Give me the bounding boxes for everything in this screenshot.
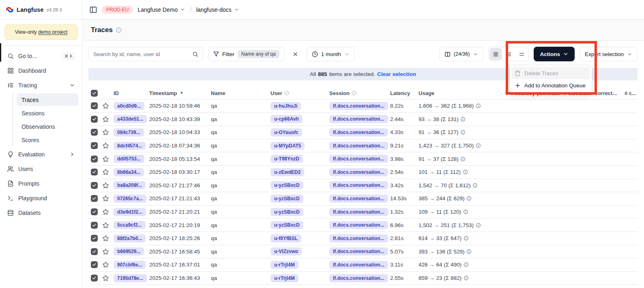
trace-id-badge[interactable]: d3e9d1f2... [114, 208, 146, 216]
session-id-badge[interactable]: lf.docs.conversation... [329, 102, 388, 110]
row-checkbox[interactable] [91, 195, 98, 202]
user-id-badge[interactable]: u-rTrjl4M [270, 274, 298, 282]
menu-item-add-to-annotation-queue[interactable]: Add to Annotation Queue [511, 79, 590, 91]
clear-filter-button[interactable] [290, 47, 302, 61]
row-checkbox[interactable] [91, 142, 98, 149]
column-header-score-extra[interactable]: # c... [625, 90, 638, 96]
user-id-badge[interactable]: u-yzSBxcD [270, 208, 303, 216]
sidebar-item-dashboard[interactable]: Dashboard [4, 64, 78, 77]
clear-selection-link[interactable]: Clear selection [377, 71, 416, 77]
sidebar-item-datasets[interactable]: Datasets [4, 206, 78, 219]
search-input[interactable] [93, 51, 189, 57]
user-id-badge[interactable]: u-huJhuJi [270, 102, 301, 110]
session-id-badge[interactable]: lf.docs.conversation... [329, 142, 388, 150]
sidebar-item-observations[interactable]: Observations [17, 120, 78, 133]
row-checkbox[interactable] [91, 156, 98, 162]
trace-id-badge[interactable]: 8b66a34... [114, 168, 144, 176]
row-checkbox[interactable] [91, 248, 98, 255]
star-icon[interactable] [102, 261, 109, 268]
sidebar-item-goto[interactable]: Go to... ⌘ K [4, 50, 78, 62]
row-checkbox[interactable] [91, 235, 98, 242]
trace-id-badge[interactable]: 7195d78e... [114, 274, 147, 282]
row-checkbox[interactable] [91, 182, 98, 189]
row-checkbox[interactable] [91, 261, 98, 268]
demo-project-link[interactable]: demo project [38, 29, 67, 35]
trace-id-badge[interactable]: 084c739... [114, 128, 144, 136]
panel-left-icon[interactable] [89, 6, 97, 14]
star-icon[interactable] [102, 275, 109, 282]
trace-id-badge[interactable]: 07265c7a... [114, 195, 146, 203]
org-selector[interactable]: Langfuse Demo [137, 6, 185, 13]
session-id-badge[interactable]: lf.docs.conversation... [329, 128, 388, 136]
trace-id-badge[interactable]: 5cca9cf2... [114, 221, 146, 229]
star-icon[interactable] [102, 182, 109, 189]
sidebar-item-sessions[interactable]: Sessions [17, 107, 78, 119]
row-height-small-button[interactable] [489, 48, 502, 60]
actions-button[interactable]: Actions [534, 47, 575, 61]
columns-button[interactable]: (24/36) [439, 47, 484, 61]
sidebar-item-prompts[interactable]: Prompts [4, 177, 78, 190]
session-id-badge[interactable]: lf.docs.conversation... [329, 168, 388, 176]
session-id-badge[interactable]: lf.docs.conversation... [329, 261, 388, 269]
column-header-name[interactable]: Name [211, 90, 270, 96]
star-icon[interactable] [102, 222, 109, 229]
session-id-badge[interactable]: lf.docs.conversation... [329, 234, 388, 243]
user-id-badge[interactable]: u-yzSBxcD [270, 221, 303, 229]
sidebar-item-evaluation[interactable]: Evaluation [4, 148, 78, 160]
trace-id-badge[interactable]: a0cd0d9... [114, 102, 144, 110]
trace-id-badge[interactable]: dd05753... [114, 155, 144, 163]
user-id-badge[interactable]: u-rTrjl4M [270, 261, 298, 269]
user-id-badge[interactable]: u-T98YnzD [270, 155, 303, 163]
star-icon[interactable] [102, 156, 109, 162]
user-id-badge[interactable]: u-cp66Avh [270, 115, 303, 123]
user-id-badge[interactable]: u-yzSBxcD [270, 181, 303, 189]
column-header-user[interactable]: User [270, 90, 329, 96]
star-icon[interactable] [102, 102, 109, 109]
menu-item-delete-traces[interactable]: Delete Traces [511, 67, 590, 79]
project-selector[interactable]: langfuse-docs [196, 6, 239, 13]
row-checkbox[interactable] [91, 129, 98, 136]
sidebar-item-traces[interactable]: Traces [17, 93, 78, 106]
session-id-badge[interactable]: lf.docs.conversation... [329, 274, 388, 282]
user-id-badge[interactable]: u-f0YfBSL [270, 234, 301, 243]
session-id-badge[interactable]: lf.docs.conversation... [329, 181, 388, 189]
session-id-badge[interactable]: lf.docs.conversation... [329, 155, 388, 163]
row-checkbox[interactable] [91, 116, 98, 123]
session-id-badge[interactable]: lf.docs.conversation... [329, 208, 388, 216]
trace-id-badge[interactable]: 907cbf6e... [114, 261, 146, 269]
star-icon[interactable] [102, 142, 109, 149]
session-id-badge[interactable]: lf.docs.conversation... [329, 195, 388, 203]
trace-id-badge[interactable]: b669529... [114, 247, 144, 256]
star-icon[interactable] [102, 195, 109, 202]
row-checkbox[interactable] [91, 275, 98, 282]
select-all-checkbox[interactable] [91, 90, 98, 97]
session-id-badge[interactable]: lf.docs.conversation... [329, 247, 388, 256]
row-checkbox[interactable] [91, 222, 98, 229]
star-icon[interactable] [102, 248, 109, 255]
row-height-medium-button[interactable] [502, 48, 515, 60]
session-id-badge[interactable]: lf.docs.conversation... [329, 115, 388, 123]
filter-button[interactable]: Filter Name any of qa [208, 47, 285, 61]
row-height-large-button[interactable] [515, 48, 528, 60]
trace-id-badge[interactable]: 8dcf4574... [114, 142, 146, 150]
time-range-button[interactable]: 1 month [307, 47, 355, 61]
user-id-badge[interactable]: u-OYauofc [270, 128, 302, 136]
search-icon[interactable] [192, 51, 198, 57]
user-id-badge[interactable]: u-yzSBxcD [270, 195, 303, 203]
star-icon[interactable] [102, 116, 109, 123]
trace-id-badge[interactable]: ba8a208f... [114, 181, 146, 189]
export-selection-button[interactable]: Export selection [580, 47, 638, 61]
row-checkbox[interactable] [91, 169, 98, 175]
row-checkbox[interactable] [91, 208, 98, 215]
trace-id-badge[interactable]: 88f2a7b0... [114, 234, 146, 243]
column-header-usage[interactable]: Usage [419, 90, 504, 96]
sidebar-scrollbar[interactable] [0, 43, 1, 62]
user-id-badge[interactable]: u-MYpDAT5 [270, 142, 305, 150]
trace-id-badge[interactable]: a433de51... [114, 115, 147, 123]
column-header-timestamp[interactable]: Timestamp ▼ [149, 90, 211, 96]
user-id-badge[interactable]: u-zEwdED2 [270, 168, 304, 176]
column-header-id[interactable]: ID [114, 90, 149, 96]
row-checkbox[interactable] [91, 102, 98, 109]
user-id-badge[interactable]: u-VIZzvwo [270, 247, 302, 256]
star-icon[interactable] [102, 235, 109, 242]
